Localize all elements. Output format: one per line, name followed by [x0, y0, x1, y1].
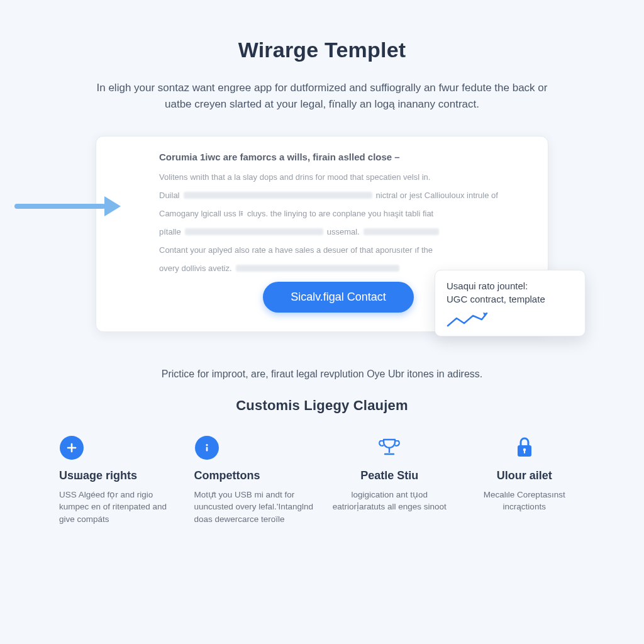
card-body-line: Contant your aplyed also rate a have sal… [159, 245, 518, 255]
card-body-text: overy dollivis avetiz. [159, 264, 232, 273]
lock-icon [513, 435, 536, 460]
card-body-text: Volitens wnith that a la slay dops and d… [159, 172, 430, 182]
card-body-text: Camogany lgicall uss l៖ cluys. the linyi… [159, 209, 433, 218]
feature-title: Compettons [194, 469, 316, 482]
trophy-icon [377, 435, 402, 460]
card-body-text: pítalle [159, 227, 181, 236]
card-body-line: pítalleussemal. [159, 227, 518, 236]
svg-rect-4 [206, 447, 208, 451]
features-section-title: Customis Ligegy Claujem [38, 397, 606, 414]
plus-circle-icon [60, 436, 84, 460]
popover-line-1: Usaqui rato jountel: [447, 280, 574, 291]
card-body-line: Duilalnictral or jest Calliouloux intrul… [159, 191, 518, 200]
tagline-text: Prictice for improot, are, firaut legal … [38, 369, 606, 380]
primary-cta-button[interactable]: Sicalv.figal Contact [263, 282, 414, 313]
trend-up-icon [447, 311, 491, 328]
feature-item: Ulour ailetMecalιle Coreptasınst incrąct… [464, 435, 586, 526]
card-body-text: nictral or jest Calliouloux intrule of [376, 191, 498, 200]
arrow-right-icon [14, 196, 121, 216]
feature-title: Usшage rights [59, 469, 180, 482]
feature-title: Peatle Stiu [329, 469, 450, 482]
redacted-placeholder [184, 192, 372, 199]
feature-description: Motựt you USB mi andt for uuncusted over… [194, 489, 316, 526]
info-circle-icon [195, 436, 219, 460]
card-body-line: Volitens wnith that a la slay dops and d… [159, 172, 518, 182]
card-body-line: Camogany lgicall uss l៖ cluys. the linyi… [159, 209, 518, 218]
popover-line-2: UGC contract, template [447, 294, 574, 304]
feature-title: Ulour ailet [464, 469, 586, 482]
feature-item: CompettonsMotựt you USB mi andt for uunc… [194, 435, 316, 526]
feature-description: logigication ant tụod eatriorịaratuts al… [329, 489, 450, 513]
card-body-text: Contant your aplyed also rate a have sal… [159, 245, 433, 255]
svg-point-3 [206, 444, 208, 446]
redacted-placeholder [364, 228, 439, 235]
intro-paragraph: In eligh your sontaz want engree app for… [89, 80, 555, 113]
card-body-text: Duilal [159, 191, 180, 200]
feature-description: Mecalιle Coreptasınst incrąctionts [464, 489, 586, 513]
feature-item: Usшage rightsUSS Algéed fọr and rigio ku… [59, 435, 180, 526]
suggestion-popover[interactable]: Usaqui rato jountel: UGC contract, templ… [435, 270, 586, 336]
redacted-placeholder [236, 265, 399, 272]
card-body-text: ussemal. [327, 227, 360, 236]
card-heading: Corumia 1iwc are famorcs a wills, firain… [159, 152, 518, 162]
feature-description: USS Algéed fọr and rigio kumpec en of ri… [59, 489, 180, 526]
contract-preview-card: Corumia 1iwc are famorcs a wills, firain… [96, 136, 548, 332]
redacted-placeholder [185, 228, 323, 235]
svg-rect-9 [524, 450, 525, 453]
page-title: Wirarge Templet [38, 38, 606, 62]
feature-item: Peatle Stiulogigication ant tụod eatrior… [329, 435, 450, 526]
